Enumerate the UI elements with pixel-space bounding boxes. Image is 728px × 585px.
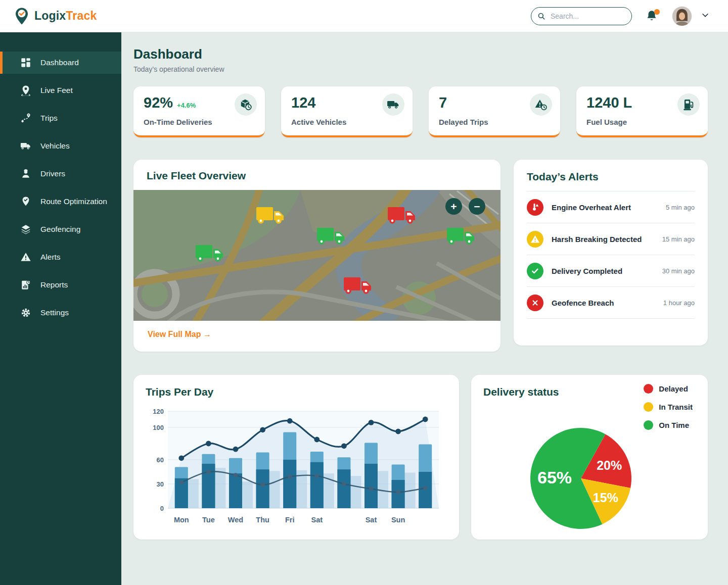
fleet-map[interactable]: + − — [133, 190, 500, 321]
kpi-label: On-Time Deliveries — [144, 118, 255, 126]
svg-text:Sat: Sat — [366, 516, 377, 524]
map-zoom-out-button[interactable]: − — [469, 198, 485, 215]
search-input[interactable] — [531, 7, 632, 25]
svg-text:15%: 15% — [593, 491, 618, 505]
svg-text:Mon: Mon — [174, 516, 189, 524]
truck-icon — [382, 93, 404, 116]
alert-time: 15 min ago — [662, 235, 695, 243]
svg-text:20%: 20% — [597, 458, 622, 472]
sidebar-item-route-optimization[interactable]: Route Optimization — [0, 190, 121, 213]
svg-text:65%: 65% — [537, 468, 572, 487]
legend-label: Delayed — [659, 384, 688, 393]
sidebar-item-reports[interactable]: Reports — [0, 274, 121, 296]
legend-dot — [644, 402, 653, 412]
legend-item-on-time: On Time — [644, 420, 693, 430]
sidebar-item-label: Reports — [40, 280, 68, 289]
sidebar-item-label: Geofencing — [40, 225, 80, 234]
sidebar-item-label: Dashboard — [40, 58, 79, 67]
kpi-value: 124 — [291, 94, 315, 111]
warning-triangle-icon — [527, 231, 543, 248]
legend-label: On Time — [659, 421, 689, 429]
view-full-map-link[interactable]: View Full Map → — [148, 330, 211, 339]
svg-text:120: 120 — [153, 408, 164, 415]
alert-row[interactable]: Harsh Breaking Detected15 min ago — [527, 223, 695, 255]
alert-row[interactable]: Delivery Completed30 min ago — [527, 255, 695, 287]
notifications-bell-icon[interactable] — [645, 9, 659, 23]
profile-chevron-down-icon[interactable] — [705, 11, 710, 22]
svg-text:Wed: Wed — [228, 516, 243, 524]
kpi-delta: +4.6% — [177, 102, 196, 109]
alert-time: 1 hour ago — [663, 299, 695, 307]
avatar[interactable] — [672, 7, 692, 26]
notification-badge — [654, 9, 660, 15]
sidebar-item-dashboard[interactable]: Dashboard — [0, 52, 121, 74]
sidebar-item-settings[interactable]: Settings — [0, 302, 121, 324]
brand-logo: LogixTrack — [14, 7, 97, 26]
sidebar-item-trips[interactable]: Trips — [0, 107, 121, 129]
alert-row[interactable]: Engine Overheat Alert5 min ago — [527, 191, 695, 223]
sidebar-item-geofencing[interactable]: Geofencing — [0, 218, 121, 240]
delivery-status-card: Delivery status DelayedIn TransitOn Time… — [471, 375, 708, 540]
page-title: Dashboard — [133, 46, 708, 62]
svg-text:Sun: Sun — [391, 516, 405, 524]
sidebar-item-label: Live Feet — [40, 86, 73, 95]
pie-legend: DelayedIn TransitOn Time — [644, 384, 693, 430]
driver-icon — [20, 168, 31, 179]
kpi-row: 92%+4.6%On-Time Deliveries124Active Vehi… — [133, 86, 708, 137]
kpi-card-fuel-usage: 1240 LFuel Usage — [576, 86, 708, 137]
main-content: Dashboard Today’s operational overview 9… — [121, 32, 728, 540]
gear-icon — [20, 307, 31, 318]
sidebar-item-label: Alerts — [40, 253, 61, 262]
sidebar-item-alerts[interactable]: Alerts — [0, 246, 121, 268]
kpi-label: Delayed Trips — [439, 118, 550, 126]
alert-label: Harsh Breaking Detected — [552, 235, 654, 243]
truck-icon — [20, 140, 31, 152]
svg-text:Thu: Thu — [256, 516, 269, 524]
dashboard-grid-icon — [20, 57, 31, 68]
trips-per-day-card: Trips Per Day 03060100120MonTueWedThuFri… — [133, 375, 459, 540]
map-zoom-in-button[interactable]: + — [445, 198, 462, 215]
svg-text:Sat: Sat — [311, 516, 323, 524]
svg-text:60: 60 — [157, 456, 164, 464]
alert-list: Engine Overheat Alert5 min agoHarsh Brea… — [527, 191, 695, 319]
sidebar-item-vehicles[interactable]: Vehicles — [0, 135, 121, 157]
fuel-pump-icon — [677, 93, 700, 116]
legend-label: In Transit — [659, 403, 693, 411]
trips-bar-line-chart: 03060100120MonTueWedThuFriSatSatSun — [146, 403, 447, 530]
kpi-value: 92% — [144, 94, 173, 111]
x-icon — [527, 295, 543, 311]
delivery-pie-chart: 20%15%65% — [523, 420, 639, 537]
kpi-label: Active Vehicles — [291, 118, 402, 126]
kpi-label: Fuel Usage — [586, 118, 698, 126]
svg-text:0: 0 — [160, 505, 164, 512]
location-pin-icon — [20, 85, 31, 96]
thermometer-alert-icon — [527, 199, 543, 216]
alert-time: 30 min ago — [662, 267, 695, 275]
geofence-layers-icon — [20, 224, 31, 235]
alert-label: Delivery Completed — [552, 267, 654, 275]
kpi-card-delayed-trips: 7Delayed Trips — [429, 86, 560, 137]
kpi-card-active-vehicles: 124Active Vehicles — [281, 86, 413, 137]
logo-pin-icon — [14, 7, 29, 26]
alerts-card-title: Today’s Alerts — [527, 171, 695, 191]
check-icon — [527, 263, 543, 279]
alert-row[interactable]: Geofence Breach1 hour ago — [527, 287, 695, 319]
trips-chart-title: Trips Per Day — [146, 386, 447, 398]
svg-text:Fri: Fri — [285, 516, 295, 524]
sidebar-nav: DashboardLive FeetTripsVehiclesDriversRo… — [0, 32, 121, 585]
sidebar-item-drivers[interactable]: Drivers — [0, 163, 121, 185]
sidebar-item-live-feet[interactable]: Live Feet — [0, 79, 121, 102]
alert-time: 5 min ago — [666, 204, 695, 211]
page-subtitle: Today’s operational overview — [133, 65, 708, 73]
alert-label: Geofence Breach — [552, 299, 655, 307]
sidebar-item-label: Trips — [40, 114, 58, 123]
pin-check-icon — [20, 196, 31, 207]
svg-text:Tue: Tue — [202, 516, 215, 524]
search-box — [531, 7, 632, 25]
legend-dot — [644, 420, 653, 430]
todays-alerts-card: Today’s Alerts Engine Overheat Alert5 mi… — [514, 160, 708, 346]
brand-name-secondary: Track — [66, 9, 97, 22]
svg-text:100: 100 — [153, 424, 164, 431]
alert-label: Engine Overheat Alert — [552, 203, 658, 212]
top-header: LogixTrack — [0, 0, 728, 32]
